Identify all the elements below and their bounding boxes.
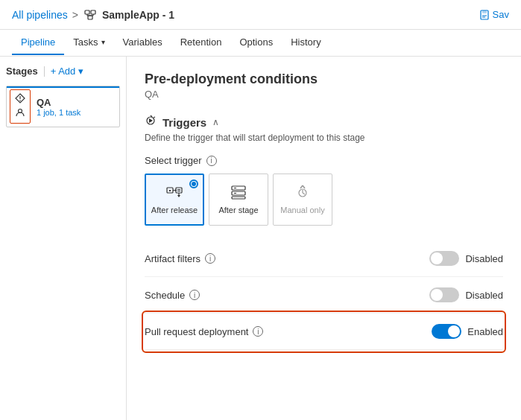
trigger-manual-only[interactable]: Manual only	[273, 174, 332, 226]
stage-info: QA 1 job, 1 task	[37, 97, 116, 117]
stage-card-icons	[10, 89, 31, 124]
artifact-filters-toggle[interactable]	[429, 251, 459, 266]
svg-marker-25	[177, 195, 180, 197]
tab-variables[interactable]: Variables	[114, 31, 171, 55]
stage-card-qa[interactable]: QA 1 job, 1 task	[6, 86, 120, 127]
triggers-section-header: Triggers ∧	[145, 115, 503, 130]
add-chevron-icon: ▾	[78, 66, 83, 77]
svg-line-16	[154, 117, 155, 118]
svg-rect-30	[232, 197, 245, 199]
schedule-toggle-right: Disabled	[429, 287, 503, 302]
content-panel: Pre-deployment conditions QA Triggers ∧ …	[127, 57, 521, 420]
save-label: Sav	[493, 9, 509, 20]
stages-header: Stages + Add ▾	[6, 66, 120, 77]
schedule-label: Schedule i	[145, 290, 200, 301]
tab-retention[interactable]: Retention	[171, 31, 231, 55]
manual-only-label: Manual only	[280, 206, 324, 214]
pipeline-title: SampleApp - 1	[83, 7, 174, 22]
trigger-after-stage[interactable]: After stage	[209, 174, 268, 226]
stage-person-icon	[15, 107, 25, 120]
svg-line-32	[300, 185, 303, 188]
after-release-icon	[165, 185, 183, 201]
breadcrumb: All pipelines > SampleApp - 1	[12, 7, 174, 22]
trigger-after-release[interactable]: After release	[145, 174, 204, 226]
pull-request-label: Pull request deployment i	[145, 326, 263, 337]
svg-rect-28	[232, 191, 245, 195]
tab-options[interactable]: Options	[230, 31, 282, 55]
all-pipelines-link[interactable]: All pipelines	[12, 9, 68, 21]
triggers-icon	[145, 115, 157, 130]
tab-pipeline[interactable]: Pipeline	[12, 31, 64, 55]
schedule-row: Schedule i Disabled	[145, 277, 503, 314]
stages-label: Stages	[6, 66, 38, 77]
add-stage-button[interactable]: + Add ▾	[51, 66, 84, 77]
pull-request-toggle-right: Enabled	[432, 324, 503, 339]
svg-rect-19	[176, 188, 182, 193]
pipeline-icon	[83, 7, 98, 22]
schedule-status: Disabled	[465, 290, 503, 301]
select-trigger-label: Select trigger i	[145, 155, 503, 166]
schedule-info-icon[interactable]: i	[189, 290, 200, 300]
svg-rect-20	[177, 189, 180, 190]
triggers-description: Define the trigger that will start deplo…	[145, 133, 503, 143]
artifact-filters-row: Artifact filters i Disabled	[145, 241, 503, 277]
artifact-filters-status: Disabled	[465, 253, 503, 264]
svg-line-35	[303, 193, 305, 194]
svg-point-12	[19, 100, 21, 101]
stages-divider	[44, 66, 45, 77]
stage-top-bar	[7, 86, 119, 88]
svg-rect-2	[88, 16, 92, 19]
tab-tasks[interactable]: Tasks ▾	[64, 31, 113, 55]
after-release-label: After release	[151, 206, 198, 214]
triggers-collapse-icon[interactable]: ∧	[212, 117, 219, 127]
pull-request-toggle[interactable]	[432, 324, 461, 339]
content-title: Pre-deployment conditions	[145, 71, 503, 87]
manual-only-icon	[294, 185, 311, 201]
after-stage-icon	[230, 185, 247, 201]
svg-rect-0	[85, 10, 89, 14]
nav-tabs: Pipeline Tasks ▾ Variables Retention Opt…	[0, 30, 521, 57]
tasks-dropdown-icon: ▾	[101, 38, 105, 46]
artifact-filters-label: Artifact filters i	[145, 253, 215, 264]
after-release-radio	[189, 179, 198, 188]
save-button[interactable]: Sav	[479, 9, 509, 20]
stage-trigger-icon	[15, 93, 25, 106]
pull-request-info-icon[interactable]: i	[253, 326, 263, 337]
svg-rect-26	[232, 186, 245, 190]
svg-rect-21	[177, 191, 180, 191]
trigger-options: After release After stage	[145, 174, 503, 226]
sidebar: Stages + Add ▾	[0, 57, 127, 420]
svg-rect-18	[169, 190, 171, 191]
pull-request-row: Pull request deployment i Enabled	[145, 314, 503, 350]
pull-request-status: Enabled	[467, 326, 503, 337]
artifact-filters-toggle-right: Disabled	[429, 251, 503, 266]
stage-name: QA	[37, 97, 116, 108]
select-trigger-info-icon[interactable]: i	[206, 156, 217, 166]
pipeline-name: SampleApp - 1	[102, 9, 174, 21]
main-layout: Stages + Add ▾	[0, 57, 521, 420]
top-bar: All pipelines > SampleApp - 1 Sav	[0, 0, 521, 30]
breadcrumb-separator: >	[72, 9, 78, 21]
after-stage-label: After stage	[218, 206, 258, 214]
tab-history[interactable]: History	[282, 31, 329, 55]
triggers-title: Triggers	[162, 116, 206, 129]
svg-rect-1	[91, 10, 95, 14]
content-subtitle: QA	[145, 89, 503, 100]
artifact-filters-info-icon[interactable]: i	[205, 253, 215, 264]
stage-meta: 1 job, 1 task	[37, 108, 116, 117]
svg-rect-7	[482, 10, 487, 13]
schedule-toggle[interactable]	[429, 287, 459, 302]
